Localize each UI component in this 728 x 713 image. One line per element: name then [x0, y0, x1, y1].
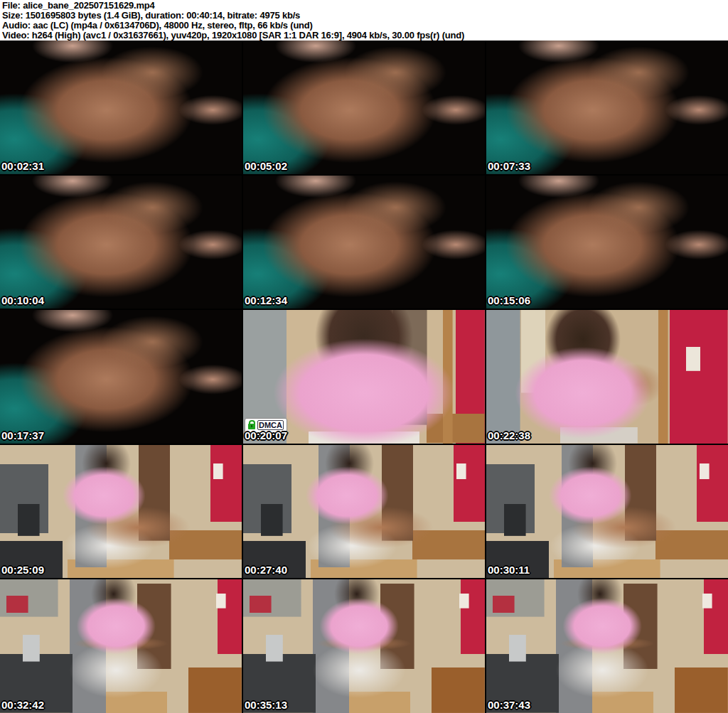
thumbnail-timestamp: 00:27:40 — [245, 564, 287, 576]
video-thumbnail: 00:37:43 — [486, 579, 728, 713]
thumbnail-timestamp: 00:22:38 — [488, 429, 530, 441]
video-thumbnail: 00:32:42 — [0, 579, 242, 713]
video-thumbnail: 00:30:11 — [486, 445, 728, 579]
thumbnail-image — [486, 310, 728, 444]
thumbnail-image — [243, 579, 485, 713]
thumbnail-contact-sheet: File: alice_bane_202507151629.mp4 Size: … — [0, 0, 728, 713]
thumbnail-timestamp: 00:20:07 — [245, 429, 287, 441]
thumbnail-image — [0, 176, 242, 309]
file-name-line: File: alice_bane_202507151629.mp4 — [2, 1, 726, 11]
video-thumbnail: 00:05:02 — [243, 41, 485, 174]
thumbnail-image — [486, 579, 728, 713]
thumbnail-image — [0, 310, 242, 444]
thumbnail-timestamp: 00:10:04 — [1, 294, 44, 306]
video-thumbnail: 00:22:38 — [486, 310, 728, 444]
thumbnail-timestamp: 00:25:09 — [1, 564, 44, 576]
video-thumbnail: 00:35:13 — [243, 579, 485, 713]
thumbnail-image — [486, 41, 728, 174]
thumbnail-image — [486, 176, 728, 309]
thumbnail-timestamp: 00:15:06 — [488, 294, 530, 306]
thumbnail-image — [0, 41, 242, 174]
thumbnail-timestamp: 00:37:43 — [488, 699, 530, 711]
thumbnail-grid: 00:02:31 00:05:02 00:07:33 00:10:04 00:1… — [0, 41, 728, 713]
video-thumbnail: 00:10:04 — [0, 176, 242, 309]
video-thumbnail: 00:27:40 — [243, 445, 485, 579]
video-thumbnail: 00:02:31 — [0, 41, 242, 174]
thumbnail-image — [243, 445, 485, 579]
video-thumbnail: DMCA 00:20:07 — [243, 310, 485, 444]
file-metadata-header: File: alice_bane_202507151629.mp4 Size: … — [0, 0, 728, 41]
thumbnail-timestamp: 00:05:02 — [245, 160, 287, 172]
video-info-line: Video: h264 (High) (avc1 / 0x31637661), … — [2, 31, 726, 41]
video-thumbnail: 00:12:34 — [243, 176, 485, 309]
thumbnail-timestamp: 00:02:31 — [1, 160, 44, 172]
audio-info-line: Audio: aac (LC) (mp4a / 0x6134706D), 480… — [2, 21, 726, 31]
video-thumbnail: 00:25:09 — [0, 445, 242, 579]
thumbnail-image — [486, 445, 728, 579]
thumbnail-timestamp: 00:17:37 — [1, 429, 44, 441]
thumbnail-timestamp: 00:12:34 — [245, 294, 287, 306]
thumbnail-image — [243, 41, 485, 174]
thumbnail-timestamp: 00:32:42 — [1, 699, 44, 711]
video-thumbnail: 00:07:33 — [486, 41, 728, 174]
file-size-line: Size: 1501695803 bytes (1.4 GiB), durati… — [2, 11, 726, 21]
thumbnail-image — [0, 579, 242, 713]
thumbnail-timestamp: 00:30:11 — [488, 564, 530, 576]
thumbnail-timestamp: 00:35:13 — [245, 699, 287, 711]
thumbnail-timestamp: 00:07:33 — [488, 160, 530, 172]
video-thumbnail: 00:15:06 — [486, 176, 728, 309]
thumbnail-image — [0, 445, 242, 579]
video-thumbnail: 00:17:37 — [0, 310, 242, 444]
thumbnail-image — [243, 176, 485, 309]
